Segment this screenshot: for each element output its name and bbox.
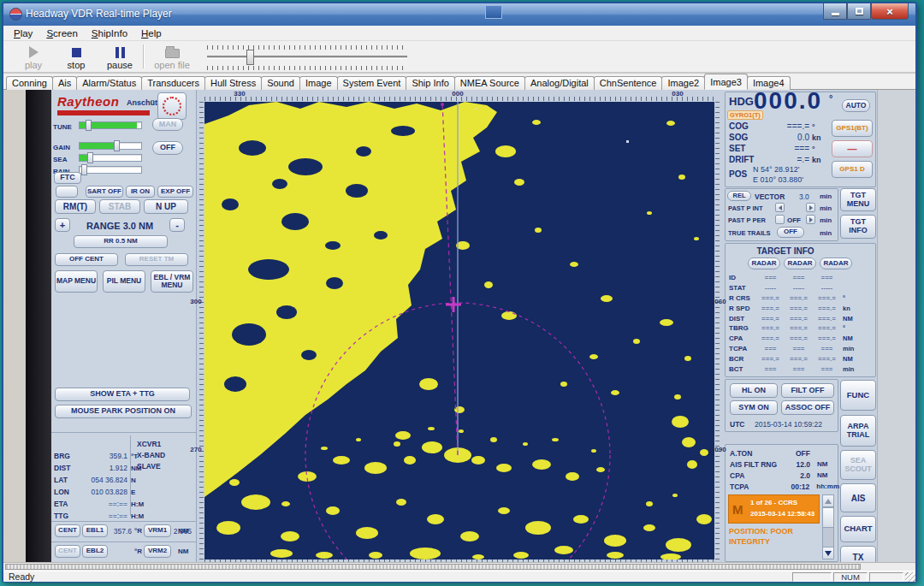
off-center-button[interactable]: OFF CENT <box>55 253 118 266</box>
desktop: { "window": {"title": "Headway VDR Real-… <box>0 0 924 586</box>
play-button[interactable]: play <box>14 43 53 72</box>
sea-scout-button[interactable]: SEA SCOUT <box>840 450 876 480</box>
ftc-button[interactable]: FTC <box>54 172 81 184</box>
past-per-inc-button[interactable] <box>806 215 815 224</box>
gps-dash-button[interactable]: — <box>832 140 873 157</box>
ebl1-button[interactable]: EBL1 <box>82 524 108 537</box>
alarm-scrollbar[interactable] <box>822 494 834 559</box>
chart-button[interactable]: CHART <box>840 516 876 542</box>
pil-menu-button[interactable]: PIL MENU <box>103 270 145 293</box>
assoc-off-button[interactable]: ASSOC OFF <box>781 400 834 415</box>
stop-button[interactable]: stop <box>56 43 96 72</box>
radar-target-button-2[interactable]: RADAR <box>784 257 816 269</box>
trails-off-button[interactable]: OFF <box>777 227 804 238</box>
north-up-button[interactable]: N UP <box>144 199 188 214</box>
vrm2-button[interactable]: VRM2 <box>144 545 171 558</box>
gain-slider[interactable] <box>79 142 142 150</box>
playback-trackbar[interactable] <box>207 44 407 70</box>
gps1-bt-button[interactable]: GPS1(BT) <box>832 120 873 137</box>
trackbar-track[interactable] <box>207 56 407 59</box>
rain-thumb[interactable] <box>81 164 87 175</box>
maximize-button[interactable] <box>847 3 871 20</box>
past-int-dec-button[interactable] <box>775 203 785 212</box>
mouse-park-button[interactable]: MOUSE PARK POSITION ON <box>55 405 192 418</box>
tab-transducers[interactable]: Transducers <box>141 76 205 90</box>
rel-vector-button[interactable]: REL <box>727 191 751 201</box>
tgt-menu-button[interactable]: TGT MENU <box>840 188 876 211</box>
func-button[interactable]: FUNC <box>840 380 876 411</box>
cent1-button[interactable]: CENT <box>55 524 80 537</box>
gps1-d-button[interactable]: GPS1 D <box>832 161 873 178</box>
resize-grip[interactable] <box>905 572 915 582</box>
radar-target-button-3[interactable]: RADAR <box>820 257 852 269</box>
ebl-vrm-menu-button[interactable]: EBL / VRM MENU <box>151 270 193 293</box>
menu-item[interactable]: Screen <box>39 27 84 40</box>
range-rings-button[interactable]: RR 0.5 NM <box>74 235 168 248</box>
range-increase-button[interactable]: + <box>55 218 70 232</box>
tab-image3-selected[interactable]: Image3 <box>704 74 748 90</box>
horizontal-scrollbar[interactable] <box>3 562 915 571</box>
past-int-inc-button[interactable] <box>806 203 815 212</box>
cent2-button[interactable]: CENT <box>55 545 80 558</box>
horizontal-scrollbar-thumb[interactable] <box>5 564 861 570</box>
rain-slider[interactable] <box>79 166 142 174</box>
brand-emblem-button[interactable] <box>157 92 187 120</box>
tx-button[interactable]: TX <box>840 546 876 562</box>
tune-thumb[interactable] <box>86 120 92 131</box>
rm-mode-button[interactable]: RM(T) <box>55 199 96 214</box>
alarm-scroll-down-button[interactable] <box>823 547 833 559</box>
open-file-button[interactable]: open file <box>149 43 195 72</box>
tab-alarm-status[interactable]: Alarm/Status <box>76 76 142 90</box>
menu-item[interactable]: Help <box>134 27 169 40</box>
trackbar-thumb[interactable] <box>246 50 254 65</box>
tab-nmea-source[interactable]: NMEA Source <box>454 76 525 90</box>
tab-sound[interactable]: Sound <box>261 76 300 90</box>
tab-system-event[interactable]: System Event <box>337 76 407 90</box>
radar-target-button-1[interactable]: RADAR <box>748 257 780 269</box>
alarm-scroll-thumb[interactable] <box>823 507 833 528</box>
ebl2-button[interactable]: EBL2 <box>82 545 108 558</box>
reset-tm-button[interactable]: RESET TM <box>125 253 188 266</box>
sea-slider[interactable] <box>79 154 142 162</box>
pause-button[interactable]: pause <box>99 43 140 72</box>
tab-analog-digital[interactable]: Analog/Digital <box>524 76 595 90</box>
target-table-row: TBRG ===.= ===.= ===.= ° <box>729 323 874 334</box>
menu-item[interactable]: Play <box>7 27 39 40</box>
sym-on-button[interactable]: SYM ON <box>730 400 778 415</box>
tab-chnsentence[interactable]: ChnSentence <box>594 76 663 90</box>
alarm-scroll-up-button[interactable] <box>823 495 833 507</box>
blank-toggle-button[interactable] <box>56 186 78 198</box>
arpa-trial-button[interactable]: ARPA TRIAL <box>840 415 876 447</box>
menu-item[interactable]: ShipInfo <box>85 27 134 40</box>
tab-ship-info[interactable]: Ship Info <box>406 76 454 90</box>
auto-button[interactable]: AUTO <box>842 99 870 112</box>
range-decrease-button[interactable]: - <box>169 218 185 232</box>
stab-button[interactable]: STAB <box>99 199 140 214</box>
sart-off-button[interactable]: SART OFF <box>86 186 123 198</box>
hl-on-button[interactable]: HL ON <box>730 383 778 398</box>
tab-ais[interactable]: Ais <box>52 76 77 90</box>
ais-button[interactable]: AIS <box>840 483 876 512</box>
tab-conning[interactable]: Conning <box>6 76 53 90</box>
vrm1-button[interactable]: VRM1 <box>144 524 171 537</box>
man-button[interactable]: MAN <box>152 118 183 131</box>
tgt-info-button[interactable]: TGT INFO <box>840 215 876 239</box>
tab-image2[interactable]: Image2 <box>661 76 705 90</box>
ir-on-button[interactable]: IR ON <box>126 186 155 198</box>
show-eta-ttg-button[interactable]: SHOW ETA + TTG <box>55 388 190 401</box>
off-button[interactable]: OFF <box>152 141 183 155</box>
past-per-check[interactable] <box>775 215 785 224</box>
tab-hull-stress[interactable]: Hull Stress <box>204 76 262 90</box>
tab-image4[interactable]: Image4 <box>747 76 791 90</box>
sea-thumb[interactable] <box>87 152 93 163</box>
alarm-message-banner[interactable]: M 1 of 26 - CCRS 2015-03-14 12:58:43 <box>728 494 820 524</box>
title-bar[interactable]: Headway VDR Real-time Player × <box>3 3 915 26</box>
exp-off-button[interactable]: EXP OFF <box>157 186 193 198</box>
filt-off-button[interactable]: FILT OFF <box>781 383 834 398</box>
gain-thumb[interactable] <box>114 140 120 151</box>
tab-image[interactable]: Image <box>299 76 338 90</box>
close-button[interactable]: × <box>871 3 909 20</box>
tune-slider[interactable] <box>79 121 142 129</box>
map-menu-button[interactable]: MAP MENU <box>55 270 98 293</box>
minimize-button[interactable] <box>823 3 847 20</box>
